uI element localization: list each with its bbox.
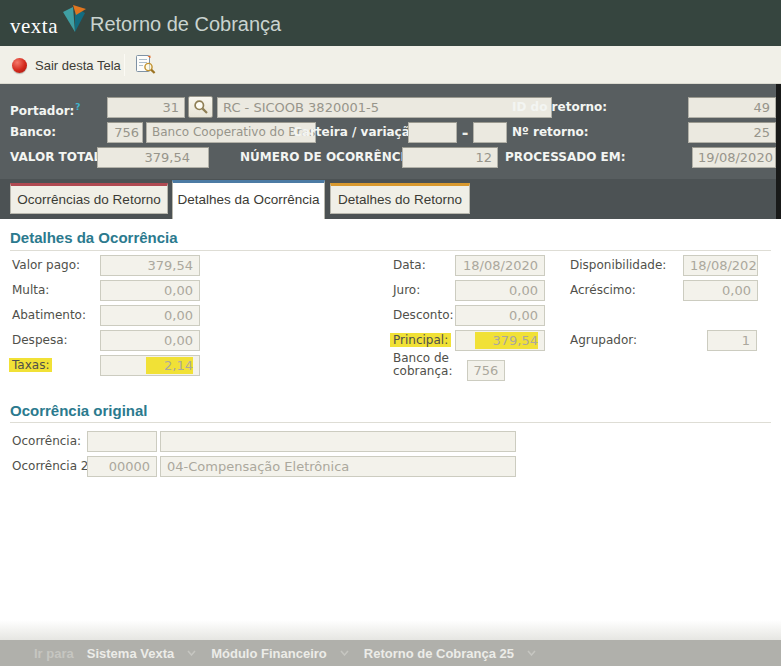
footer-menu-sistema-vexta[interactable]: Sistema Vexta (87, 646, 174, 661)
tab-bar: Ocorrências do Retorno Detalhes da Ocorr… (0, 179, 781, 219)
tab-content: Detalhes da Ocorrência Valor pago: 379,5… (0, 219, 781, 640)
variacao-field[interactable] (473, 122, 507, 143)
section-title-ocorrencia-original: Ocorrência original (10, 402, 148, 419)
preview-report-button[interactable] (134, 55, 158, 77)
tab-ocorrencias-do-retorno[interactable]: Ocorrências do Retorno (10, 183, 168, 214)
disponibilidade-field[interactable]: 18/08/2020 (683, 255, 758, 276)
logo-text: vexta (10, 14, 58, 39)
data-label: Data: (393, 255, 426, 276)
taxas-value-highlight: 2,14 (146, 357, 193, 374)
processado-em-field[interactable]: 19/08/2020 1 (692, 147, 776, 168)
banco-code-field[interactable]: 756 (107, 122, 143, 143)
multa-field[interactable]: 0,00 (100, 280, 200, 301)
ocorrencia-label: Ocorrência: (12, 431, 81, 452)
abatimento-field[interactable]: 0,00 (100, 305, 200, 326)
carteira-field[interactable] (408, 122, 457, 143)
app-header: vexta Retorno de Cobrança (0, 0, 781, 46)
multa-label: Multa: (12, 280, 49, 301)
ocorrencia2-label: Ocorrência 2: (12, 456, 93, 477)
toolbar-separator (124, 54, 125, 76)
numero-ocorrencias-label: NÚMERO DE OCORRÊNCIAS: (240, 147, 428, 168)
exit-red-circle-icon (12, 58, 27, 73)
juro-label: Juro: (393, 280, 420, 301)
desconto-field[interactable]: 0,00 (455, 305, 545, 326)
go-to-label: Ir para (34, 646, 74, 661)
vexta-logo-icon (62, 5, 88, 35)
numero-ocorrencias-field[interactable]: 12 (402, 147, 498, 168)
footer-nav: Ir para Sistema Vexta Módulo Financeiro … (0, 640, 781, 666)
banco-cobranca-label: Banco de cobrança: (393, 352, 455, 373)
footer-menu-modulo-financeiro[interactable]: Módulo Financeiro (211, 646, 327, 661)
numero-retorno-field[interactable]: 25 (688, 122, 776, 143)
tab-detalhes-do-retorno[interactable]: Detalhes do Retorno (330, 183, 470, 214)
chevron-down-icon (187, 650, 196, 656)
numero-retorno-label: Nº retorno: (512, 122, 589, 143)
id-retorno-field[interactable]: 49 (688, 97, 776, 118)
footer-menu-retorno-de-cobranca[interactable]: Retorno de Cobrança 25 (364, 646, 514, 661)
acrescimo-label: Acréscimo: (570, 280, 636, 301)
principal-value-highlight: 379,54 (475, 332, 539, 349)
taxas-label: Taxas: (12, 355, 52, 376)
portador-search-button[interactable] (188, 96, 213, 118)
ocorrencia2-code-field[interactable]: 00000 (87, 456, 157, 477)
portador-code-field[interactable]: 31 (107, 97, 185, 118)
section-divider (10, 422, 771, 423)
portador-label: Portador:? (10, 97, 81, 118)
ocorrencia2-description-field[interactable]: 04-Compensação Eletrônica (160, 456, 516, 477)
summary-panel: Portador:? 31 RC - SICOOB 3820001-5 ID d… (0, 84, 781, 179)
taxas-field[interactable]: 2,14 (100, 355, 200, 376)
toolbar: Sair desta Tela (0, 46, 781, 84)
valor-pago-field[interactable]: 379,54 (100, 255, 200, 276)
agrupador-label: Agrupador: (570, 330, 637, 351)
valor-pago-label: Valor pago: (12, 255, 80, 276)
banco-cobranca-field[interactable]: 756 (467, 360, 505, 381)
section-title-detalhes: Detalhes da Ocorrência (10, 229, 178, 246)
chevron-down-icon (527, 650, 536, 656)
disponibilidade-label: Disponibilidade: (570, 255, 666, 276)
taxas-label-highlight: Taxas: (9, 358, 52, 372)
document-magnifier-icon (136, 55, 156, 74)
page-title: Retorno de Cobrança (90, 0, 281, 46)
agrupador-field[interactable]: 1 (707, 330, 757, 351)
desconto-label: Desconto: (393, 305, 454, 326)
ocorrencia-description-field[interactable] (160, 431, 516, 452)
abatimento-label: Abatimento: (12, 305, 86, 326)
id-retorno-label: ID do retorno: (512, 97, 607, 118)
section-divider (10, 250, 771, 251)
banco-label: Banco: (10, 122, 56, 143)
despesa-label: Despesa: (12, 330, 68, 351)
valor-total-field[interactable]: 379,54 (97, 147, 209, 168)
tab-detalhes-da-ocorrencia[interactable]: Detalhes da Ocorrência (172, 180, 325, 219)
principal-field[interactable]: 379,54 (455, 330, 545, 351)
vexta-logo: vexta (10, 7, 90, 41)
exit-screen-label: Sair desta Tela (35, 58, 121, 73)
principal-label-highlight: Principal: (390, 333, 451, 347)
banco-name-field[interactable]: Banco Cooperativo do Brasil (146, 122, 316, 143)
valor-total-label: VALOR TOTAL: (10, 147, 106, 168)
help-mark: ? (75, 102, 80, 112)
processado-em-label: PROCESSADO EM: (505, 147, 626, 168)
data-field[interactable]: 18/08/2020 (455, 255, 545, 276)
despesa-field[interactable]: 0,00 (100, 330, 200, 351)
ocorrencia-code-field[interactable] (87, 431, 157, 452)
portador-name-field[interactable]: RC - SICOOB 3820001-5 (217, 97, 552, 118)
chevron-down-icon (340, 650, 349, 656)
magnifier-icon (193, 99, 209, 115)
carteira-separator: - (459, 122, 471, 143)
principal-label: Principal: (393, 330, 451, 351)
carteira-variacao-label: Carteira / variação: (293, 122, 423, 143)
exit-screen-button[interactable]: Sair desta Tela (12, 46, 121, 84)
app-window: vexta Retorno de Cobrança Sair desta Tel… (0, 0, 781, 666)
acrescimo-field[interactable]: 0,00 (683, 280, 758, 301)
juro-field[interactable]: 0,00 (455, 280, 545, 301)
